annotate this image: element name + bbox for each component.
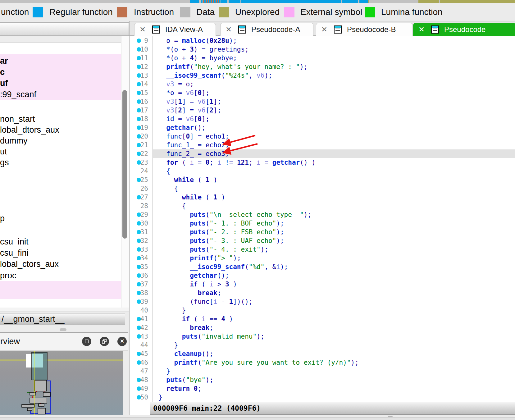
navigation-band[interactable] <box>0 0 515 3</box>
code-line-17[interactable]: 17v3[2] = v6[2]; <box>130 106 515 115</box>
overview-restore-button[interactable] <box>100 337 109 346</box>
code-text[interactable]: while ( 1 ) <box>158 193 225 202</box>
code-line-41[interactable]: 41if ( i == 4 ) <box>130 315 515 323</box>
code-line-34[interactable]: 34printf("> "); <box>130 254 515 262</box>
overview-close-button[interactable]: ✕ <box>117 337 127 346</box>
code-text[interactable]: break; <box>158 323 213 332</box>
code-line-45[interactable]: 45cleanup(); <box>130 349 515 358</box>
tab-pseudocode-b[interactable]: ✕Pseudocode-B <box>316 23 413 36</box>
code-text[interactable]: if ( i == 4 ) <box>158 315 233 323</box>
function-list-item[interactable]: non_start <box>0 113 121 125</box>
code-text[interactable]: { <box>158 202 186 210</box>
code-text[interactable]: printf("Are you sure you want to exit? (… <box>158 358 359 367</box>
graph-overview-minimap[interactable] <box>0 351 123 415</box>
code-text[interactable]: (func[i - 1])(); <box>158 297 253 306</box>
tab-pseudocode-a[interactable]: ✕Pseudocode-A <box>220 23 313 36</box>
code-text[interactable]: puts("- 2. : FSB echo"); <box>158 228 284 236</box>
code-line-14[interactable]: 14v3 = o; <box>130 80 515 89</box>
nav-segment[interactable] <box>440 0 515 3</box>
code-text[interactable]: cleanup(); <box>158 349 213 358</box>
nav-segment[interactable] <box>229 0 240 3</box>
code-line-30[interactable]: 30puts("- 1. : BOF echo"); <box>130 219 515 228</box>
code-line-18[interactable]: 18id = v6[0]; <box>130 115 515 123</box>
code-line-19[interactable]: 19getchar(); <box>130 123 515 132</box>
code-listing[interactable]: 9o = malloc(0x28u);10*(o + 3) = greeting… <box>130 36 515 402</box>
code-text[interactable]: func_1_ = echo2; <box>158 141 229 149</box>
code-text[interactable]: for ( i = 0; i != 121; i = getchar() ) <box>158 158 316 167</box>
code-line-48[interactable]: 48puts("bye"); <box>130 376 515 384</box>
code-line-28[interactable]: 28{ <box>130 202 515 210</box>
code-text[interactable]: puts("invalid menu"); <box>158 332 264 341</box>
code-line-36[interactable]: 36getchar(); <box>130 271 515 280</box>
code-text[interactable]: } <box>158 367 170 376</box>
function-list-item[interactable]: dummy <box>0 135 121 146</box>
function-list-item[interactable]: csu_fini <box>0 247 121 258</box>
code-text[interactable]: puts("bye"); <box>158 376 213 384</box>
function-list-item[interactable]: ar <box>0 55 121 66</box>
splitter-handle[interactable] <box>388 416 393 417</box>
code-line-20[interactable]: 20func[0] = echo1; <box>130 132 515 141</box>
function-list-item[interactable]: gs <box>0 157 121 168</box>
tab-ida-view-a[interactable]: ✕IDA View-A <box>134 23 216 36</box>
code-line-11[interactable]: 11*(o + 4) = byebye; <box>130 54 515 62</box>
code-line-13[interactable]: 13__isoc99_scanf("%24s", v6); <box>130 71 515 80</box>
code-line-37[interactable]: 37if ( i > 3 ) <box>130 280 515 289</box>
code-text[interactable]: { <box>158 184 178 193</box>
tab-close-icon[interactable]: ✕ <box>418 23 425 36</box>
code-text[interactable]: } <box>158 306 186 315</box>
code-text[interactable]: getchar(); <box>158 271 229 280</box>
code-line-10[interactable]: 10*(o + 3) = greetings; <box>130 45 515 54</box>
sidebar-scrollbar[interactable] <box>121 36 129 308</box>
code-line-44[interactable]: 44} <box>130 341 515 349</box>
code-line-26[interactable]: 26{ <box>130 184 515 193</box>
code-line-31[interactable]: 31puts("- 2. : FSB echo"); <box>130 228 515 236</box>
code-line-39[interactable]: 39(func[i - 1])(); <box>130 297 515 306</box>
tab-close-icon[interactable]: ✕ <box>226 23 232 36</box>
code-line-22[interactable]: 22func_2_ = echo3; <box>130 149 515 158</box>
nav-segment[interactable] <box>418 0 439 3</box>
window-splitter[interactable] <box>0 415 515 418</box>
code-line-15[interactable]: 15*o = v6[0]; <box>130 89 515 97</box>
code-line-46[interactable]: 46printf("Are you sure you want to exit?… <box>130 358 515 367</box>
tab-pseudocode[interactable]: ✕Pseudocode <box>413 23 515 36</box>
code-line-29[interactable]: 29puts("\n- select echo type -"); <box>130 210 515 219</box>
code-line-9[interactable]: 9o = malloc(0x28u); <box>130 36 515 45</box>
nav-segment[interactable] <box>359 0 368 3</box>
nav-segment[interactable] <box>241 0 341 3</box>
code-text[interactable]: v3 = o; <box>158 80 194 89</box>
function-list-item[interactable]: proc <box>0 270 121 281</box>
code-line-27[interactable]: 27while ( 1 ) <box>130 193 515 202</box>
code-text[interactable]: { <box>158 167 170 176</box>
code-line-42[interactable]: 42break; <box>130 323 515 332</box>
code-line-23[interactable]: 23for ( i = 0; i != 121; i = getchar() ) <box>130 158 515 167</box>
code-text[interactable]: puts("- 4. : exit"); <box>158 245 268 254</box>
function-list-item[interactable]: csu_init <box>0 236 121 247</box>
code-text[interactable]: } <box>158 341 178 349</box>
code-text[interactable]: if ( i > 3 ) <box>158 280 237 289</box>
code-line-24[interactable]: 24{ <box>130 167 515 176</box>
code-text[interactable]: puts("\n- select echo type -"); <box>158 210 312 219</box>
nav-segment[interactable] <box>190 0 199 3</box>
code-text[interactable]: puts("- 3. : UAF echo"); <box>158 236 284 245</box>
code-text[interactable]: break; <box>158 289 221 297</box>
code-line-32[interactable]: 32puts("- 3. : UAF echo"); <box>130 236 515 245</box>
nav-segment[interactable] <box>201 0 203 3</box>
function-list-item[interactable]: c <box>0 66 121 78</box>
scrollbar-thumb[interactable] <box>122 90 127 239</box>
code-line-12[interactable]: 12printf("hey, what's your name? : "); <box>130 62 515 71</box>
code-text[interactable]: getchar(); <box>158 123 206 132</box>
code-text[interactable]: o = malloc(0x28u); <box>158 36 237 45</box>
code-line-50[interactable]: 50} <box>130 393 515 402</box>
pseudocode-view[interactable]: 9o = malloc(0x28u);10*(o + 3) = greeting… <box>130 36 515 415</box>
function-list-item[interactable]: lobal_dtors_aux <box>0 124 121 135</box>
code-text[interactable]: printf("> "); <box>158 254 241 262</box>
nav-segment[interactable] <box>221 0 227 3</box>
code-line-40[interactable]: 40} <box>130 306 515 315</box>
code-line-33[interactable]: 33puts("- 4. : exit"); <box>130 245 515 254</box>
address-bar[interactable]: /__gmon_start__ <box>0 313 125 325</box>
code-text[interactable]: func_2_ = echo3; <box>158 149 229 158</box>
code-text[interactable]: func[0] = echo1; <box>158 132 229 141</box>
code-text[interactable]: puts("- 1. : BOF echo"); <box>158 219 284 228</box>
code-text[interactable]: while ( 1 ) <box>158 176 217 184</box>
nav-segment[interactable] <box>203 0 221 3</box>
